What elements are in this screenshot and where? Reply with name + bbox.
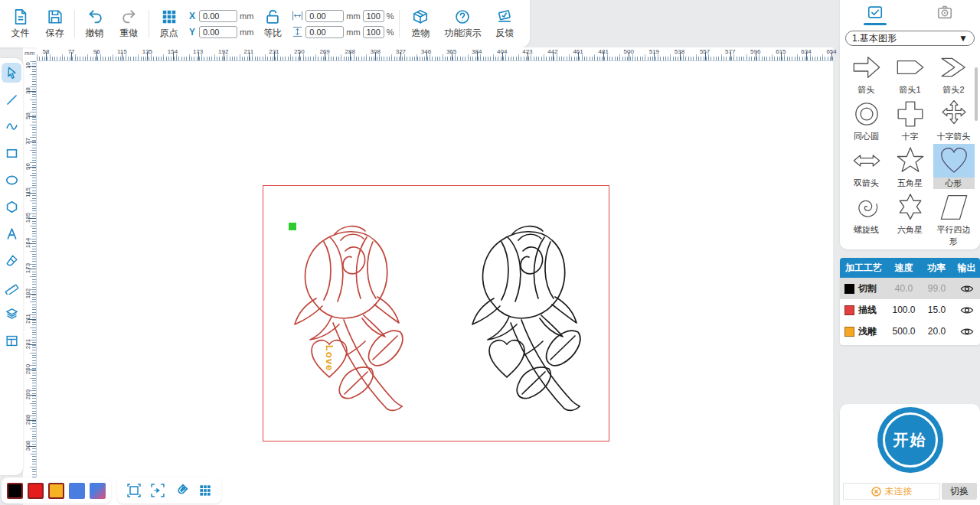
tool-curve[interactable] — [2, 116, 21, 136]
output-toggle[interactable] — [953, 327, 980, 337]
tab-camera[interactable] — [910, 0, 980, 29]
speed-value[interactable]: 500.0 — [887, 326, 920, 337]
height-input[interactable] — [305, 26, 344, 38]
love-text-object[interactable]: Love — [323, 339, 335, 377]
star6-icon — [890, 191, 931, 224]
arrow1-icon — [890, 50, 931, 84]
table-icon — [5, 334, 19, 348]
color-swatch-4a7de0[interactable] — [69, 483, 85, 499]
shape-item-parallelogram[interactable]: 平行四边形 — [932, 191, 975, 247]
origin-button[interactable]: 原点 — [152, 8, 186, 40]
process-row-描线[interactable]: 描线 100.0 15.0 — [840, 299, 980, 321]
ruler-tick — [28, 420, 36, 421]
tab-gallery[interactable] — [840, 0, 910, 29]
grid-button[interactable] — [196, 481, 214, 500]
redo-button[interactable]: 重做 — [112, 8, 146, 40]
shape-item-heart[interactable]: 心形 — [932, 144, 975, 189]
magnet-icon — [174, 483, 189, 498]
color-swatch-gradient[interactable] — [90, 483, 106, 499]
x-input[interactable] — [199, 10, 237, 22]
unlock-icon — [264, 8, 281, 25]
process-row-浅雕[interactable]: 浅雕 500.0 20.0 — [840, 321, 980, 342]
shape-item-arrow2[interactable]: 箭头2 — [932, 50, 975, 96]
ruler-tick — [299, 52, 300, 60]
start-button-ring: 开始 — [883, 412, 938, 468]
tool-rectangle[interactable] — [2, 143, 21, 163]
layers-icon — [5, 307, 19, 321]
tool-eraser[interactable] — [2, 250, 21, 270]
shape-item-cross-arrow[interactable]: 十字箭头 — [932, 97, 975, 142]
shape-label: 平行四边形 — [933, 224, 975, 247]
proportion-lock-button[interactable]: 等比 — [256, 8, 289, 40]
shape-category-dropdown[interactable]: 1.基本图形 ▼ — [845, 31, 975, 46]
tool-ellipse[interactable] — [2, 170, 21, 190]
shape-item-spiral[interactable]: 螺旋线 — [844, 191, 888, 247]
ruler-tick — [28, 344, 36, 345]
color-swatch-e51c1c[interactable] — [28, 483, 44, 499]
save-icon — [47, 8, 64, 25]
output-toggle[interactable] — [953, 305, 980, 315]
frame-icon — [126, 483, 142, 498]
ruler-tick — [705, 52, 706, 60]
color-swatch-000000[interactable] — [7, 483, 23, 499]
ruler-tick — [350, 52, 351, 60]
shape-item-arrow[interactable]: 箭头 — [844, 50, 888, 96]
shape-panel-scrollbar[interactable] — [975, 67, 978, 121]
shape-label: 箭头2 — [933, 84, 975, 96]
undo-button[interactable]: 撤销 — [77, 8, 112, 40]
power-value[interactable]: 99.0 — [920, 283, 953, 294]
ruler-tick — [452, 52, 452, 60]
tool-table[interactable] — [2, 331, 21, 350]
rose-object-black[interactable] — [463, 219, 586, 419]
magnet-button[interactable] — [172, 481, 191, 500]
speed-value[interactable]: 40.0 — [887, 283, 920, 294]
ruler-tick — [28, 319, 36, 320]
ruler-tick — [122, 52, 122, 60]
save-button[interactable]: 保存 — [38, 8, 72, 40]
ruler-tick — [477, 52, 478, 60]
toolbar-separator — [399, 10, 400, 37]
file-button[interactable]: 文件 — [3, 8, 38, 40]
y-label: Y — [189, 27, 197, 37]
start-button[interactable]: 开始 — [877, 407, 943, 473]
preview-button[interactable] — [149, 481, 167, 500]
width-percent-box[interactable]: 100 — [363, 10, 384, 22]
switch-device-button[interactable]: 切换 — [942, 483, 977, 500]
width-input[interactable] — [305, 10, 344, 22]
power-value[interactable]: 20.0 — [920, 326, 953, 337]
arrow-icon — [846, 50, 887, 84]
ruler-tick — [28, 269, 36, 269]
tool-line[interactable] — [2, 90, 21, 109]
create-button[interactable]: 造物 — [402, 8, 439, 40]
shape-item-star5[interactable]: 五角星 — [888, 144, 932, 189]
feedback-button[interactable]: 反馈 — [486, 8, 523, 40]
ruler-tick — [224, 52, 224, 60]
tool-polygon[interactable] — [2, 197, 21, 217]
tool-select[interactable] — [2, 63, 21, 83]
output-toggle[interactable] — [953, 284, 980, 294]
ruler-tick — [28, 370, 36, 370]
color-swatch-f5b324[interactable] — [48, 483, 64, 499]
power-value[interactable]: 15.0 — [920, 305, 953, 315]
width-percent-sign: % — [387, 11, 394, 21]
shape-item-star6[interactable]: 六角星 — [888, 191, 932, 247]
tool-text[interactable] — [2, 223, 21, 243]
toolbar-separator — [149, 10, 149, 37]
rose-object-red[interactable] — [286, 219, 408, 419]
shape-item-double-arrow[interactable]: 双箭头 — [844, 144, 888, 189]
double-arrow-icon — [846, 144, 887, 178]
shape-item-cross[interactable]: 十字 — [888, 97, 932, 142]
ruler-tick — [325, 52, 325, 60]
process-row-切割[interactable]: 切割 40.0 99.0 — [840, 278, 980, 299]
speed-value[interactable]: 100.0 — [887, 305, 920, 315]
canvas-workspace[interactable]: Love — [23, 47, 833, 505]
height-percent-box[interactable]: 100 — [363, 26, 384, 38]
shape-item-concentric[interactable]: 同心圆 — [844, 97, 888, 142]
shape-item-arrow1[interactable]: 箭头1 — [888, 50, 932, 96]
demo-button[interactable]: 功能演示 — [439, 8, 486, 40]
frame-button[interactable] — [125, 481, 143, 500]
left-tool-column — [0, 58, 23, 475]
tool-layers[interactable] — [2, 304, 21, 324]
y-input[interactable] — [199, 26, 237, 38]
tool-measure[interactable] — [2, 277, 21, 297]
